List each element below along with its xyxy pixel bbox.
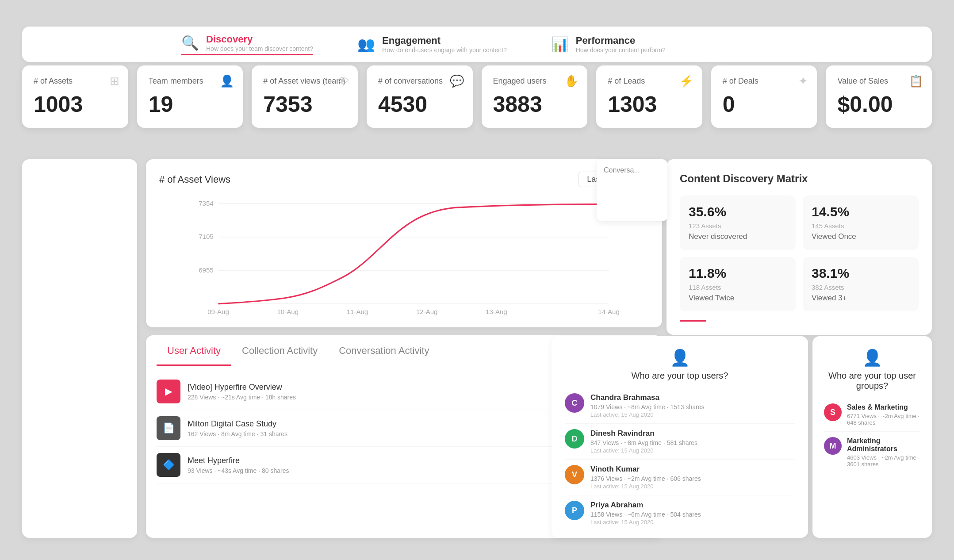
tab-engagement[interactable]: 👥 Engagement How do end-users engage wit… — [357, 34, 507, 55]
metric-value-views: 7353 — [263, 92, 346, 117]
user-stats-2: 1376 Views · ~2m Avg time · 606 shares — [590, 475, 701, 482]
svg-text:6955: 6955 — [199, 266, 214, 274]
user-avatar-2: V — [565, 465, 584, 484]
svg-text:11-Aug: 11-Aug — [347, 308, 368, 315]
metric-card-leads: ⚡ # of Leads 1303 — [596, 65, 702, 128]
user-lastactive-1: Last active: 15 Aug 2020 — [590, 447, 697, 454]
metric-value-leads: 1303 — [608, 92, 691, 117]
metric-card-sales: 📋 Value of Sales $0.00 — [826, 65, 932, 128]
tab-engagement-subtitle: How do end-users engage with your conten… — [382, 46, 507, 54]
tab-engagement-title: Engagement — [382, 35, 507, 46]
user-stats-1: 847 Views · ~8m Avg time · 581 shares — [590, 439, 697, 446]
group-stats-0: 6771 Views · ~2m Avg time · 648 shares — [847, 413, 920, 426]
metric-value-sales: $0.00 — [837, 92, 920, 117]
group-name-0: Sales & Marketing — [847, 403, 920, 411]
metric-label-team: Team members — [149, 76, 232, 86]
tab-collection-activity[interactable]: Collection Activity — [231, 335, 328, 366]
matrix-cell-2: 11.8% 118 Assets Viewed Twice — [680, 257, 796, 311]
svg-text:13-Aug: 13-Aug — [486, 308, 507, 315]
team-icon: 👤 — [220, 74, 234, 88]
activity-title-1: Milton Digital Case Study — [188, 419, 287, 429]
metric-label-assets: # of Assets — [34, 76, 117, 86]
metric-card-assets: ⊞ # of Assets 1003 — [22, 65, 128, 128]
matrix-label-0: Never discovered — [689, 232, 787, 241]
views-icon: 👁 — [337, 74, 349, 88]
metric-value-conversations: 4530 — [378, 92, 461, 117]
user-stats-3: 1158 Views · ~6m Avg time · 504 shares — [590, 511, 701, 518]
svg-text:12-Aug: 12-Aug — [416, 308, 438, 315]
top-groups-icon: 👤 — [824, 349, 920, 367]
discovery-matrix-card: Content Discovery Matrix 35.6% 123 Asset… — [667, 159, 932, 335]
matrix-cell-0: 35.6% 123 Assets Never discovered — [680, 196, 796, 250]
engagement-icon: 👥 — [357, 36, 375, 53]
engaged-icon: ✋ — [564, 74, 579, 88]
top-users-title: Who are your top users? — [565, 371, 795, 381]
matrix-label-2: Viewed Twice — [689, 294, 787, 303]
group-item-0: S Sales & Marketing 6771 Views · ~2m Avg… — [824, 398, 920, 432]
user-item-0: C Chandra Brahmasa 1079 Views · ~8m Avg … — [565, 388, 795, 424]
user-item-2: V Vinoth Kumar 1376 Views · ~2m Avg time… — [565, 460, 795, 495]
metric-label-engaged: Engaged users — [493, 76, 576, 86]
activity-meta-0: 228 Views · ~21s Avg time · 18h shares — [188, 394, 296, 401]
tab-performance-title: Performance — [576, 35, 666, 46]
metric-card-views: 👁 # of Asset views (team) 7353 — [252, 65, 358, 128]
matrix-label-3: Viewed 3+ — [812, 294, 910, 303]
top-users-icon: 👤 — [565, 349, 795, 367]
conversations-icon: 💬 — [450, 74, 464, 88]
svg-text:10-Aug: 10-Aug — [277, 308, 299, 315]
user-name-3: Priya Abraham — [590, 501, 701, 510]
metric-value-engaged: 3883 — [493, 92, 576, 117]
svg-text:7105: 7105 — [199, 233, 214, 240]
activity-meta-2: 93 Views · ~43s Avg time · 80 shares — [188, 467, 289, 474]
svg-text:14-Aug: 14-Aug — [598, 308, 620, 315]
matrix-pct-0: 35.6% — [689, 204, 787, 219]
tab-performance[interactable]: 📊 Performance How does your content perf… — [551, 34, 666, 55]
tab-performance-subtitle: How does your content perform? — [576, 46, 666, 54]
svg-text:09-Aug: 09-Aug — [207, 308, 229, 315]
activity-meta-1: 162 Views · 8m Avg time · 31 shares — [188, 430, 287, 437]
assets-icon: ⊞ — [110, 74, 119, 88]
user-lastactive-2: Last active: 15 Aug 2020 — [590, 483, 701, 490]
matrix-pct-3: 38.1% — [812, 266, 910, 281]
asset-views-chart: 7354 7105 6955 09-Aug 10-Aug 11-Aug 12-A… — [159, 194, 649, 318]
activity-title-2: Meet Hyperfire — [188, 456, 289, 465]
discovery-icon: 🔍 — [181, 35, 199, 51]
tab-discovery[interactable]: 🔍 Discovery How does your team discover … — [181, 34, 313, 55]
metric-label-conversations: # of conversations — [378, 76, 461, 86]
performance-icon: 📊 — [551, 36, 569, 53]
metric-label-leads: # of Leads — [608, 76, 691, 86]
user-avatar-3: P — [565, 501, 584, 520]
matrix-label-1: Viewed Once — [812, 232, 910, 241]
chart-title: # of Asset Views — [159, 174, 230, 185]
user-lastactive-0: Last active: 15 Aug 2020 — [590, 411, 704, 418]
user-name-1: Dinesh Ravindran — [590, 429, 697, 438]
matrix-pct-2: 11.8% — [689, 266, 787, 281]
activity-title-0: [Video] Hyperfire Overview — [188, 383, 296, 392]
conversations-label: Conversa... — [604, 166, 660, 174]
chart-line — [218, 204, 609, 304]
sales-icon: 📋 — [909, 74, 923, 88]
tab-conversation-activity[interactable]: Conversation Activity — [328, 335, 440, 366]
top-groups-card: 👤 Who are your top user groups? S Sales … — [812, 336, 932, 538]
group-stats-1: 4603 Views · ~2m Avg time · 3601 shares — [847, 454, 920, 468]
user-item-3: P Priya Abraham 1158 Views · ~6m Avg tim… — [565, 495, 795, 531]
user-stats-0: 1079 Views · ~8m Avg time · 1513 shares — [590, 403, 704, 410]
matrix-cell-3: 38.1% 382 Assets Viewed 3+ — [803, 257, 919, 311]
metric-label-deals: # of Deals — [723, 76, 806, 86]
matrix-count-3: 382 Assets — [812, 284, 910, 291]
chart-card: # of Asset Views Last 7 Days ▼ 73 — [146, 159, 662, 327]
leads-icon: ⚡ — [679, 74, 693, 88]
metric-card-team: 👤 Team members 19 — [137, 65, 243, 128]
tab-user-activity[interactable]: User Activity — [157, 335, 231, 366]
activity-thumb-2: 🔷 — [157, 453, 180, 477]
matrix-pct-1: 14.5% — [812, 204, 910, 219]
group-item-1: M Marketing Administrators 4603 Views · … — [824, 432, 920, 473]
metric-value-deals: 0 — [723, 92, 806, 117]
tab-discovery-subtitle: How does your team discover content? — [206, 45, 313, 52]
user-avatar-0: C — [565, 393, 584, 413]
activity-thumb-1: 📄 — [157, 416, 180, 440]
user-item-1: D Dinesh Ravindran 847 Views · ~8m Avg t… — [565, 424, 795, 460]
user-name-2: Vinoth Kumar — [590, 465, 701, 474]
conversations-overlay: Conversa... — [597, 159, 667, 221]
group-avatar-0: S — [824, 403, 842, 421]
